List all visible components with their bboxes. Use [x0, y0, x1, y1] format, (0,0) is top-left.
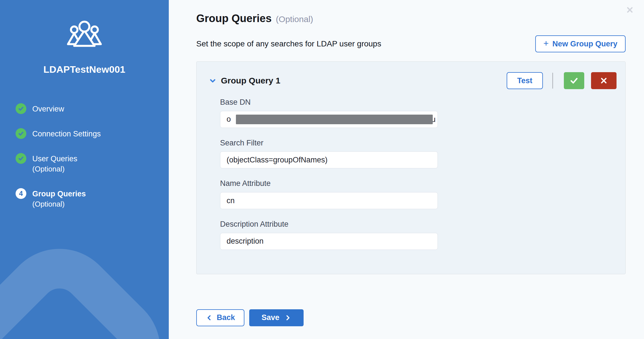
- ldap-wizard-dialog: LDAPTestNew001 Overview Connection S: [0, 0, 644, 339]
- sidebar-item-overview[interactable]: Overview: [16, 103, 169, 114]
- field-name-attribute: Name Attribute: [220, 179, 617, 209]
- name-attribute-input[interactable]: [220, 192, 438, 209]
- save-button[interactable]: Save: [249, 309, 304, 326]
- group-query-title: Group Query 1: [221, 76, 280, 85]
- field-search-filter: Search Filter: [220, 139, 617, 169]
- step-number-badge: 4: [16, 188, 26, 199]
- user-group-icon: [67, 20, 102, 50]
- description-attribute-label: Description Attribute: [220, 220, 617, 229]
- chevron-right-icon: [284, 314, 291, 321]
- save-label: Save: [261, 313, 279, 322]
- name-attribute-label: Name Attribute: [220, 179, 617, 188]
- main-content: Group Queries (Optional) Set the scope o…: [169, 0, 644, 339]
- close-icon[interactable]: [626, 6, 634, 14]
- field-description-attribute: Description Attribute: [220, 220, 617, 250]
- confirm-button[interactable]: [564, 72, 584, 89]
- new-group-query-button[interactable]: + New Group Query: [535, 35, 626, 52]
- page-title: Group Queries: [196, 12, 272, 25]
- chevron-down-icon[interactable]: [208, 76, 217, 85]
- step-label: Overview: [32, 104, 64, 114]
- search-filter-label: Search Filter: [220, 139, 617, 147]
- step-sublabel: (Optional): [32, 164, 77, 174]
- description-attribute-input[interactable]: [220, 233, 438, 250]
- back-button[interactable]: Back: [196, 309, 244, 326]
- step-label: User Queries: [32, 154, 77, 164]
- step-sublabel: (Optional): [32, 199, 86, 209]
- plus-icon: +: [543, 38, 549, 49]
- sidebar-item-group-queries[interactable]: 4 Group Queries (Optional): [16, 188, 169, 209]
- test-button[interactable]: Test: [507, 72, 543, 89]
- wizard-steps: Overview Connection Settings: [0, 103, 169, 209]
- delete-button[interactable]: [591, 72, 617, 89]
- sidebar-item-connection-settings[interactable]: Connection Settings: [16, 128, 169, 139]
- page-title-optional: (Optional): [276, 14, 313, 24]
- step-complete-check-icon: [16, 153, 26, 164]
- check-icon: [569, 76, 579, 85]
- chevron-left-icon: [206, 314, 213, 321]
- field-base-dn: Base DN u: [220, 98, 617, 128]
- back-label: Back: [217, 313, 235, 322]
- step-complete-check-icon: [16, 103, 26, 114]
- group-query-panel: Group Query 1 Test Base DN u: [196, 61, 626, 274]
- search-filter-input[interactable]: [220, 151, 438, 168]
- new-group-query-label: New Group Query: [552, 40, 617, 48]
- connection-name: LDAPTestNew001: [0, 64, 169, 75]
- redaction-bar: [236, 115, 433, 124]
- header-divider: [552, 73, 553, 89]
- x-icon: [600, 76, 608, 85]
- step-complete-check-icon: [16, 128, 26, 139]
- page-subtitle: Set the scope of any searches for LDAP u…: [196, 39, 381, 48]
- sidebar-item-user-queries[interactable]: User Queries (Optional): [16, 153, 169, 174]
- base-dn-label: Base DN: [220, 98, 617, 107]
- step-label: Group Queries: [32, 189, 86, 199]
- wizard-sidebar: LDAPTestNew001 Overview Connection S: [0, 0, 169, 339]
- step-label: Connection Settings: [32, 129, 101, 139]
